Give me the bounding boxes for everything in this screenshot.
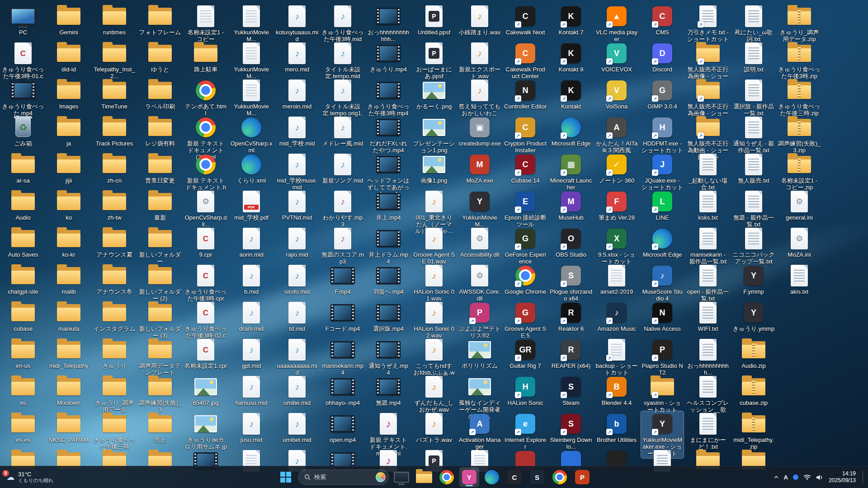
- desktop-icon-cakewalk-next[interactable]: C↗Cakewalk Next: [504, 4, 547, 37]
- desktop-icon-wav[interactable]: ♪小銭踏まり.wav: [458, 4, 501, 37]
- desktop-icon-reaktor-6[interactable]: R↗Reaktor 6: [550, 300, 592, 333]
- desktop-icon-mid[interactable]: ♪新規ソング.mid: [321, 152, 364, 185]
- desktop-icon-c2-r7[interactable]: アナウンス冬: [93, 263, 136, 296]
- desktop-icon-meroin-mid[interactable]: ♪meroin.mid: [276, 78, 318, 111]
- desktop-icon-f-mp4[interactable]: F.mp4: [321, 263, 364, 296]
- desktop-icon-opencvsharp-dll[interactable]: ⚙OpenCvSharp.dll...: [184, 189, 227, 229]
- desktop-icon-pvtnd-mid[interactable]: ♪PVTNd.mid: [276, 189, 318, 222]
- desktop-icon-runtimes[interactable]: runtimes: [93, 4, 136, 37]
- desktop-icon-td-mid[interactable]: ♪td.mid: [276, 300, 318, 333]
- desktop-icon-zip[interactable]: きゅうり食べった午後三時.zip: [778, 78, 821, 118]
- desktop-icon-ja[interactable]: ja: [47, 115, 90, 148]
- desktop-icon-piapro-studio-nt2[interactable]: P↗Piapro Studio NT2: [641, 337, 684, 377]
- desktop-icon-discord[interactable]: D↗Discord: [641, 41, 684, 74]
- desktop-icon-hhhhhhhhhhhh[interactable]: おっhhhhhhhhhhhh...: [367, 4, 410, 44]
- taskbar-app-steam[interactable]: S: [527, 467, 547, 487]
- desktop-icon-c3-r5[interactable]: 最新: [139, 189, 181, 222]
- desktop-icon-txt[interactable]: 死にたい_ω歌詞.txt: [732, 4, 775, 44]
- desktop-icon-1-cpr[interactable]: C名称未設定1.cpr: [184, 337, 227, 371]
- desktop-icon-gemini[interactable]: Gemini: [47, 4, 90, 37]
- desktop-icon-3-cpr[interactable]: Cきゅうり食べった午後3時.cpr: [184, 263, 227, 303]
- desktop-icon-f-mp4[interactable]: Fコード.mp4: [321, 300, 364, 333]
- desktop-icon-aorin-mid[interactable]: ♪aorin.mid: [230, 226, 273, 259]
- desktop-icon-ko[interactable]: ko: [47, 189, 90, 222]
- desktop-icon-pc[interactable]: PC: [2, 4, 44, 37]
- desktop-icon-google-chrome[interactable]: ↗Google Chrome: [504, 263, 547, 296]
- desktop-icon-wav[interactable]: ♪ずんだもん_しおかぜ.wav: [413, 374, 455, 414]
- widgets-button[interactable]: ☁9 31°C くもりのち晴れ: [2, 466, 58, 488]
- desktop-icon-zh-tw[interactable]: zh-tw: [93, 189, 136, 222]
- desktop-icon-9-cpr[interactable]: C9.cpr: [184, 226, 227, 259]
- desktop-icon-c10-r9[interactable]: ポリリリズム: [458, 337, 501, 371]
- desktop-icon-auto-saves[interactable]: Auto Saves: [2, 226, 44, 259]
- desktop-icon-activation-manager[interactable]: A↗Activation Manager: [458, 411, 501, 451]
- desktop-icon-halion-sonic-01-wav[interactable]: ♪HALion Sonic 01.wav: [413, 263, 455, 303]
- desktop-icon-html[interactable]: テンポあて.html: [184, 78, 227, 118]
- volume-icon[interactable]: [816, 474, 824, 480]
- desktop-icon-kontakt-8[interactable]: K↗Kontakt 8: [550, 41, 592, 74]
- desktop-icon-images[interactable]: Images: [47, 78, 90, 111]
- desktop-icon-65407-jpg[interactable]: 65407.jpg: [184, 374, 227, 408]
- desktop-icon-3[interactable]: 調声練習(失敗)_3: [139, 374, 181, 414]
- bluetooth-tray-icon[interactable]: [793, 474, 798, 480]
- desktop-icon-yukkurimoviem[interactable]: YYukkuriMovieM...: [458, 189, 501, 229]
- desktop-icon-jijii[interactable]: jijii: [47, 152, 90, 185]
- desktop-icon-mixdown[interactable]: Mixdown: [47, 374, 90, 408]
- desktop-icon-3-zip[interactable]: 調声練習(失敗)_3.zip: [778, 115, 821, 155]
- desktop-icon-png[interactable]: かるーく.png: [413, 78, 455, 111]
- desktop-icon-ko-kr[interactable]: ko-kr: [47, 226, 90, 259]
- desktop-icon-3-zip[interactable]: きゅうり食べった午後3時.zip: [778, 41, 821, 81]
- desktop-icon-nksc-param[interactable]: NKSC_PARAM: [47, 411, 90, 445]
- desktop-icon-geforce-experience[interactable]: G↗GeForce Experience: [504, 226, 547, 266]
- desktop-icon-chatgpt-site[interactable]: chatgpt-site: [2, 263, 44, 296]
- desktop-icon-txt[interactable]: ニコニコバックアップ一覧.txt: [732, 226, 775, 266]
- desktop-icon-crypton-product-installer[interactable]: C↗Crypton Product Installer: [504, 115, 547, 155]
- desktop-icon-yukkurimoviem[interactable]: YukkuriMovieM...: [230, 4, 273, 44]
- desktop-icon-mp4[interactable]: 井上.mp4: [367, 189, 410, 222]
- desktop-icon-track-pictures[interactable]: Track Pictures: [93, 115, 136, 148]
- desktop-icon-midi-telepathy[interactable]: midi_Telepathy: [47, 337, 90, 371]
- taskbar-app-file-explorer[interactable]: [414, 467, 434, 487]
- desktop-icon-c3-r6[interactable]: 新しいフォルダー: [139, 226, 181, 266]
- desktop-icon-es-es[interactable]: es-es: [2, 411, 44, 445]
- desktop-icon-f-ymmp[interactable]: YF.ymmp: [732, 263, 775, 296]
- desktop-icon-halion-sonic-02-wav[interactable]: ♪HALion Sonic 02.wav: [413, 300, 455, 340]
- desktop-icon-halion-sonic[interactable]: H↗HALion Sonic: [504, 374, 547, 408]
- desktop-icon-airset2-2019[interactable]: airset2-2019: [595, 263, 638, 296]
- desktop-icon-ohhayo-mp4[interactable]: ohhayo-.mp4: [321, 374, 364, 408]
- taskbar-app-chrome-secondary[interactable]: [550, 467, 570, 487]
- clock[interactable]: 14:19 2025/09/13: [829, 470, 856, 484]
- desktop-icon-malib[interactable]: malib: [47, 263, 90, 296]
- desktop-icon-c3-r1[interactable]: ゆうと: [139, 41, 181, 74]
- desktop-icon-accessibility-dll[interactable]: ⚙Accessibility.dll: [458, 226, 501, 259]
- desktop-icon-hamusu-mid[interactable]: ♪hamusu.mid: [230, 374, 273, 408]
- desktop-icon-syasinn[interactable]: ↗syasinn - ショートカット: [641, 374, 684, 414]
- desktop-icon-mid-mid[interactable]: ♪mid_学校.mid: [276, 115, 318, 148]
- desktop-icon-aitalk-3[interactable]: A↗かんたん！AITalk 3 関西風: [595, 115, 638, 155]
- desktop-icon-c3-r9[interactable]: 調声用データテンプレート: [139, 337, 181, 377]
- desktop-icon-c3-r4[interactable]: 営業日変更: [139, 152, 181, 185]
- search-input[interactable]: 検索: [298, 469, 389, 485]
- desktop-icon-mid-muse-mid[interactable]: ♪mid_学校muse.mid: [276, 152, 318, 192]
- desktop-icon-txt[interactable]: _起動しない場合.txt: [687, 152, 729, 192]
- taskbar-app-remote-desktop[interactable]: [392, 467, 411, 487]
- desktop-icon-maniuta[interactable]: maniuta: [47, 300, 90, 333]
- desktop-icon-plogue-sforzando-x64[interactable]: S↗Plogue sforzando x64: [550, 263, 592, 303]
- desktop-icon-line[interactable]: L↗LINE: [641, 189, 684, 222]
- desktop-icon-1-png[interactable]: 画像1.png: [413, 152, 455, 185]
- desktop-icon-uaaaaaaaaa-mid[interactable]: ♪uaaaaaaaaa.mid: [276, 337, 318, 377]
- desktop-icon-mp4[interactable]: きゅうり.mp4: [367, 41, 410, 74]
- desktop-icon-2[interactable]: 新しいフォルダー (2): [139, 263, 181, 303]
- desktop-icon-ppsf[interactable]: Pおーばーまにあ.ppsf: [413, 41, 455, 81]
- desktop-icon-gpt-mid[interactable]: ♪gpt.mid: [230, 337, 273, 371]
- desktop-icon-internet-explorer[interactable]: e↗Internet Explorer: [504, 411, 547, 451]
- desktop-icon-microsoft-edge[interactable]: ↗Microsoft Edge: [550, 115, 592, 148]
- desktop-icon-wav[interactable]: ♪新規エクスポート.wav: [458, 41, 501, 81]
- desktop-icon-opencvsharp-xml[interactable]: OpenCvSharp.xml: [230, 115, 273, 155]
- desktop-icon-mid[interactable]: ♪メドレー風.mid: [321, 115, 364, 148]
- desktop-icon-jquake-exe[interactable]: J↗JQuake.exe - ショートカット: [641, 152, 684, 192]
- desktop-icon-ver-28[interactable]: F↗筆まめ Ver.28: [595, 189, 638, 222]
- desktop-icon-hhhhhhhhhh[interactable]: おっhhhhhhhhhh...: [687, 337, 729, 377]
- desktop-icon-ksks-txt[interactable]: ksks.txt: [687, 189, 729, 222]
- desktop-icon-2[interactable]: P↗ぷよぷよ™テトリス®2: [458, 300, 501, 340]
